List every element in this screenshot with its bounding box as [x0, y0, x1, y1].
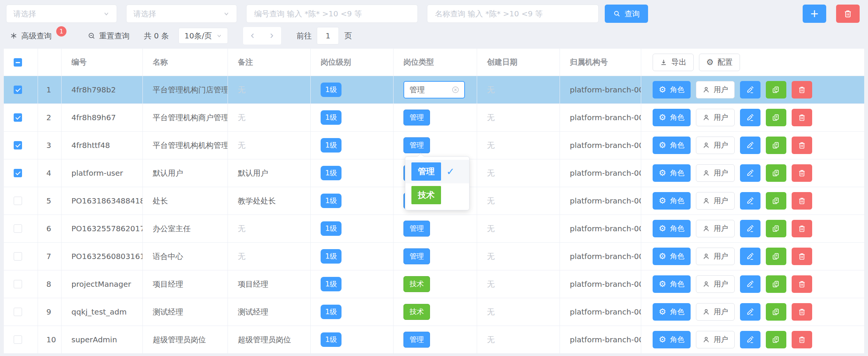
role-button[interactable]: ⚙ 角色 [653, 220, 691, 237]
user-button[interactable]: 用户 [696, 81, 735, 99]
user-button[interactable]: 用户 [696, 192, 735, 210]
row-checkbox[interactable] [14, 280, 22, 288]
edit-button[interactable] [740, 331, 760, 348]
person-icon [702, 253, 710, 260]
edit-button[interactable] [740, 81, 760, 99]
page-size-select[interactable]: 10条/页 [179, 28, 228, 44]
export-button[interactable]: 导出 [653, 54, 694, 71]
column-header-remark: 备注 [228, 49, 311, 76]
user-button[interactable]: 用户 [696, 331, 735, 348]
user-button-label: 用户 [714, 279, 728, 289]
table-row[interactable]: 10 superAdmin 超级管理员岗位 超级管理员岗位 1级 管理 无 pl… [4, 326, 864, 354]
copy-button[interactable] [766, 192, 786, 210]
delete-button[interactable] [792, 137, 812, 154]
table-row[interactable]: 2 4fr8h89h67 平台管理机构商户管理岗 无 1级 管理 无 platf… [4, 104, 864, 132]
person-icon [702, 225, 710, 232]
table-row[interactable]: 6 PO16325578620171... 办公室主任 无 1级 管理 无 pl… [4, 215, 864, 243]
row-checkbox[interactable] [14, 197, 22, 205]
user-button[interactable]: 用户 [696, 248, 735, 265]
delete-button[interactable] [792, 192, 812, 210]
reset-query-button[interactable]: 重置查询 [88, 31, 130, 41]
table-row[interactable]: 8 projectManager 项目经理 项目经理 1级 技术 无 platf… [4, 270, 864, 298]
position-code: PO16318634884181... [62, 187, 143, 215]
row-checkbox[interactable] [14, 335, 22, 344]
advanced-query-button[interactable]: 高级查询 1 [10, 31, 66, 41]
user-button[interactable]: 用户 [696, 275, 735, 293]
dropdown-option-manage[interactable]: 管理 ✓ [405, 160, 469, 183]
edit-button[interactable] [740, 192, 760, 210]
row-checkbox[interactable] [14, 252, 22, 261]
edit-button[interactable] [740, 109, 760, 126]
user-button[interactable]: 用户 [696, 164, 735, 182]
role-button[interactable]: ⚙ 角色 [653, 275, 691, 293]
row-checkbox[interactable] [14, 113, 22, 122]
select-all-checkbox[interactable] [14, 58, 22, 67]
name-search-input[interactable] [434, 9, 591, 19]
row-checkbox[interactable] [14, 224, 22, 233]
copy-button[interactable] [766, 220, 786, 237]
trash-icon [798, 252, 806, 261]
goto-page-input[interactable] [317, 27, 339, 44]
filter-select-1[interactable]: 请选择 [6, 5, 117, 23]
trash-icon [798, 335, 806, 344]
copy-button[interactable] [766, 164, 786, 182]
row-checkbox[interactable] [14, 86, 22, 94]
config-button[interactable]: ⚙ 配置 [699, 54, 740, 71]
gear-icon: ⚙ [659, 280, 666, 288]
delete-button[interactable] [792, 81, 812, 99]
circle-close-icon[interactable] [451, 86, 460, 94]
copy-button[interactable] [766, 248, 786, 265]
role-button[interactable]: ⚙ 角色 [653, 303, 691, 321]
row-checkbox[interactable] [14, 169, 22, 177]
role-button[interactable]: ⚙ 角色 [653, 81, 691, 99]
plus-icon: + [810, 8, 819, 19]
user-button[interactable]: 用户 [696, 303, 735, 321]
edit-button[interactable] [740, 220, 760, 237]
user-button[interactable]: 用户 [696, 109, 735, 126]
copy-button[interactable] [766, 81, 786, 99]
role-button[interactable]: ⚙ 角色 [653, 248, 691, 265]
delete-button[interactable] [792, 303, 812, 321]
user-button[interactable]: 用户 [696, 220, 735, 237]
prev-page-button[interactable] [249, 32, 256, 39]
row-checkbox[interactable] [14, 308, 22, 316]
delete-button[interactable] [792, 220, 812, 237]
next-page-button[interactable] [268, 32, 275, 39]
edit-button[interactable] [740, 303, 760, 321]
table-row[interactable]: 1 4fr8h798b2 平台管理机构门店管理岗 无 1级 管理 无 platf… [4, 76, 864, 104]
role-button[interactable]: ⚙ 角色 [653, 331, 691, 348]
table-row[interactable]: 3 4fr8httf48 平台管理机构机构管理岗 无 1级 管理 无 platf… [4, 132, 864, 159]
trash-icon [798, 280, 806, 288]
delete-button[interactable] [792, 109, 812, 126]
table-row[interactable]: 9 qqkj_test_adm 测试经理 测试经理 1级 技术 无 platfo… [4, 298, 864, 326]
role-button[interactable]: ⚙ 角色 [653, 192, 691, 210]
row-checkbox[interactable] [14, 141, 22, 149]
dropdown-option-tech[interactable]: 技术 [405, 183, 469, 207]
copy-button[interactable] [766, 303, 786, 321]
edit-button[interactable] [740, 164, 760, 182]
edit-button[interactable] [740, 137, 760, 154]
role-button[interactable]: ⚙ 角色 [653, 164, 691, 182]
add-button[interactable]: + [803, 5, 826, 23]
edit-button[interactable] [740, 275, 760, 293]
user-button[interactable]: 用户 [696, 137, 735, 154]
type-editor-input[interactable] [409, 85, 448, 95]
filter-select-2[interactable]: 请选择 [126, 5, 237, 23]
search-button[interactable]: 查询 [605, 5, 648, 23]
role-button[interactable]: ⚙ 角色 [653, 109, 691, 126]
edit-button[interactable] [740, 248, 760, 265]
delete-button[interactable] [792, 248, 812, 265]
copy-button[interactable] [766, 331, 786, 348]
delete-button[interactable] [792, 164, 812, 182]
copy-button[interactable] [766, 137, 786, 154]
type-badge: 管理 [403, 137, 430, 153]
copy-button[interactable] [766, 275, 786, 293]
code-search-input[interactable] [253, 9, 411, 19]
copy-icon [772, 169, 780, 177]
delete-button[interactable] [792, 275, 812, 293]
batch-delete-button[interactable] [836, 5, 860, 23]
copy-button[interactable] [766, 109, 786, 126]
role-button[interactable]: ⚙ 角色 [653, 137, 691, 154]
table-row[interactable]: 7 PO16325608031611... 语合中心 无 1级 管理 无 pla… [4, 243, 864, 270]
delete-button[interactable] [792, 331, 812, 348]
